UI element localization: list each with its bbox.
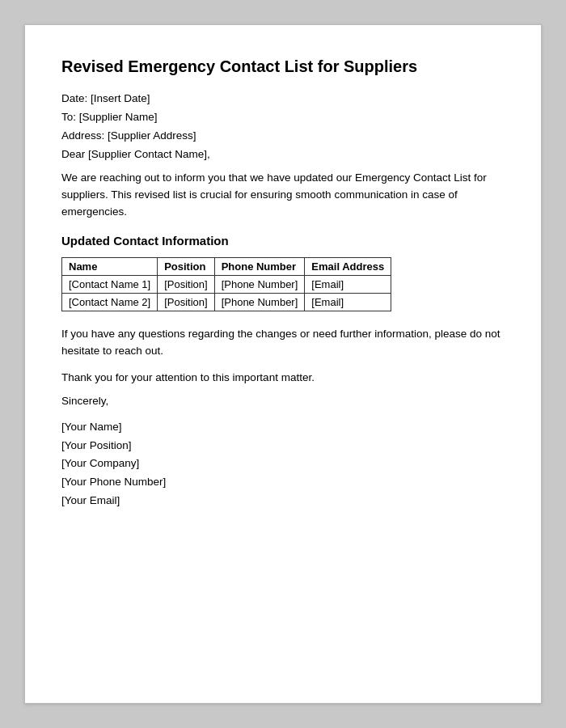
table-cell: [Contact Name 2] [62, 293, 158, 311]
date-line: Date: [Insert Date] [61, 92, 505, 104]
body-paragraph: We are reaching out to inform you that w… [61, 170, 505, 221]
document-title: Revised Emergency Contact List for Suppl… [61, 57, 505, 76]
table-cell: [Position] [158, 293, 214, 311]
signature-email: [Your Email] [61, 492, 505, 510]
table-cell: [Contact Name 1] [62, 275, 158, 293]
col-header-email: Email Address [305, 257, 391, 275]
table-cell: [Position] [158, 275, 214, 293]
table-cell: [Phone Number] [214, 275, 305, 293]
document-page: Revised Emergency Contact List for Suppl… [24, 24, 542, 704]
table-cell: [Email] [305, 275, 391, 293]
col-header-phone: Phone Number [214, 257, 305, 275]
col-header-position: Position [158, 257, 214, 275]
table-row: [Contact Name 1][Position][Phone Number]… [62, 275, 391, 293]
table-row: [Contact Name 2][Position][Phone Number]… [62, 293, 391, 311]
section-title: Updated Contact Information [61, 234, 505, 248]
signature-position: [Your Position] [61, 437, 505, 455]
signature-name: [Your Name] [61, 418, 505, 437]
table-cell: [Phone Number] [214, 293, 305, 311]
col-header-name: Name [62, 257, 158, 275]
sincerely-line: Sincerely, [61, 395, 505, 407]
signature-company: [Your Company] [61, 455, 505, 473]
contact-table: Name Position Phone Number Email Address… [61, 257, 391, 311]
to-line: To: [Supplier Name] [61, 111, 505, 123]
thank-you-line: Thank you for your attention to this imp… [61, 371, 505, 383]
table-cell: [Email] [305, 293, 391, 311]
greeting-line: Dear [Supplier Contact Name], [61, 148, 505, 160]
closing-paragraph: If you have any questions regarding the … [61, 326, 505, 360]
table-header-row: Name Position Phone Number Email Address [62, 257, 391, 275]
signature-phone: [Your Phone Number] [61, 473, 505, 492]
address-line: Address: [Supplier Address] [61, 129, 505, 142]
signature-block: [Your Name] [Your Position] [Your Compan… [61, 418, 505, 511]
